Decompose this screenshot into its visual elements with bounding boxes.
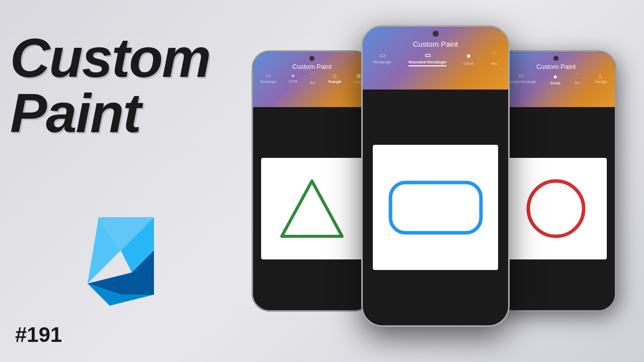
phone-left-notch xyxy=(309,56,314,61)
phones-container: Custom Paint ▭ Rectangle ● Circle ⌒ Arc xyxy=(242,10,644,362)
triangle-shape xyxy=(277,176,347,241)
phone-center-tab-circle[interactable]: ● Circle xyxy=(463,51,473,66)
phone-center-inner: Custom Paint ▭ Rectangle ▭ Rounded Recta… xyxy=(363,27,508,325)
circle-shape xyxy=(521,173,591,244)
phone-right-header: Custom Paint ▭ Rounded Rectangle ● Circl… xyxy=(497,52,615,107)
phone-right-tab-arc[interactable]: ⌒ Arc xyxy=(575,72,580,85)
phone-right: Custom Paint ▭ Rounded Rectangle ● Circl… xyxy=(496,50,616,312)
left-panel: Custom Paint xyxy=(10,30,242,141)
phone-center-title: Custom Paint xyxy=(413,40,458,48)
phone-left-inner: Custom Paint ▭ Rectangle ● Circle ⌒ Arc xyxy=(253,52,371,310)
phone-center-tabs: ▭ Rectangle ▭ Rounded Rectangle ● Circle… xyxy=(363,51,508,66)
phone-center: Custom Paint ▭ Rectangle ▭ Rounded Recta… xyxy=(361,25,510,327)
phone-right-tabs: ▭ Rounded Rectangle ● Circle ⌒ Arc △ Tri… xyxy=(497,72,615,85)
phone-right-tab-triangle[interactable]: △ Triangle xyxy=(594,72,607,85)
phone-center-tab-arc[interactable]: ⌒ Arc xyxy=(491,51,498,66)
phone-right-tab-circle[interactable]: ● Circle xyxy=(550,72,560,85)
svg-point-7 xyxy=(528,181,584,236)
phone-left-tab-triangle[interactable]: △ Triangle xyxy=(328,72,342,84)
svg-rect-6 xyxy=(390,183,481,233)
phone-center-header: Custom Paint ▭ Rectangle ▭ Rounded Recta… xyxy=(363,27,508,89)
flutter-logo xyxy=(65,206,176,317)
phone-center-body xyxy=(363,89,508,325)
phone-right-inner: Custom Paint ▭ Rounded Rectangle ● Circl… xyxy=(497,52,615,310)
phone-center-canvas xyxy=(373,145,498,270)
title-line1: Custom xyxy=(10,30,242,85)
phone-left-canvas xyxy=(261,158,363,259)
phone-center-tab-rectangle[interactable]: ▭ Rectangle xyxy=(373,51,391,66)
phone-left-tab-arc[interactable]: ⌒ Arc xyxy=(310,72,315,84)
title-line2: Paint xyxy=(10,85,242,141)
phone-left-tabs: ▭ Rectangle ● Circle ⌒ Arc △ Triangle xyxy=(253,72,371,84)
phone-right-notch xyxy=(553,56,558,61)
phone-right-tab-rounded[interactable]: ▭ Rounded Rectangle xyxy=(505,72,536,85)
phone-right-canvas xyxy=(505,158,607,259)
phone-center-notch xyxy=(433,31,439,37)
phone-left: Custom Paint ▭ Rectangle ● Circle ⌒ Arc xyxy=(252,50,372,312)
rounded-rect-shape xyxy=(385,175,486,240)
phone-left-tab-circle[interactable]: ● Circle xyxy=(288,72,297,84)
phone-left-title: Custom Paint xyxy=(292,63,332,70)
phone-left-header: Custom Paint ▭ Rectangle ● Circle ⌒ Arc xyxy=(253,52,371,107)
episode-label: #191 xyxy=(15,323,62,347)
phone-right-body xyxy=(497,107,615,310)
phone-left-tab-rectangle[interactable]: ▭ Rectangle xyxy=(260,72,276,84)
phone-left-body xyxy=(253,107,371,310)
svg-marker-5 xyxy=(282,181,342,236)
phone-center-tab-rounded[interactable]: ▭ Rounded Rectangle xyxy=(409,51,446,66)
phone-right-title: Custom Paint xyxy=(536,63,576,70)
